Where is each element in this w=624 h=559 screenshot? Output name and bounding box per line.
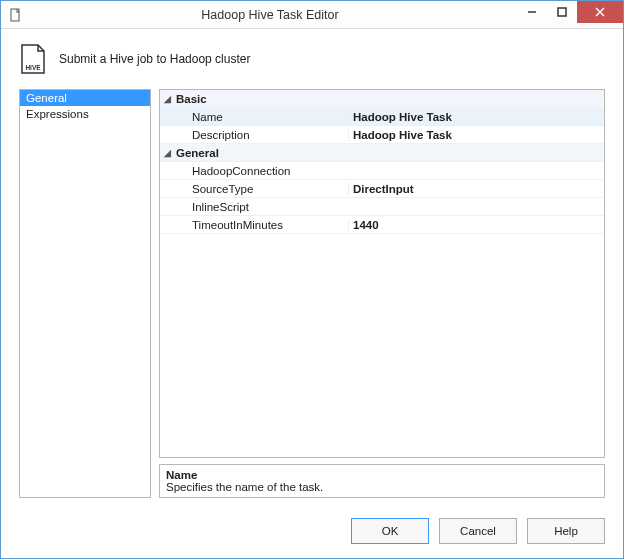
- property-label: Name: [174, 111, 348, 123]
- property-label: TimeoutInMinutes: [174, 219, 348, 231]
- dialog-footer: OK Cancel Help: [1, 510, 623, 558]
- property-label: HadoopConnection: [174, 165, 348, 177]
- property-row[interactable]: HadoopConnection: [160, 162, 604, 180]
- svg-line-3: [596, 8, 604, 16]
- svg-rect-2: [558, 8, 566, 16]
- sidebar-item-general[interactable]: General: [20, 90, 150, 106]
- property-row[interactable]: SourceTypeDirectInput: [160, 180, 604, 198]
- sidebar: GeneralExpressions: [19, 89, 151, 498]
- description-panel: Name Specifies the name of the task.: [159, 464, 605, 498]
- subtitle: Submit a Hive job to Hadoop cluster: [59, 52, 250, 66]
- property-row[interactable]: NameHadoop Hive Task: [160, 108, 604, 126]
- description-text: Specifies the name of the task.: [166, 481, 598, 493]
- collapse-icon[interactable]: ◢: [160, 94, 174, 104]
- task-editor-window: Hadoop Hive Task Editor HIVE Submit a Hi…: [0, 0, 624, 559]
- svg-line-4: [596, 8, 604, 16]
- property-value[interactable]: Hadoop Hive Task: [348, 111, 604, 123]
- property-category[interactable]: ◢General: [160, 144, 604, 162]
- property-label: Description: [174, 129, 348, 141]
- svg-text:HIVE: HIVE: [25, 64, 41, 71]
- window-title: Hadoop Hive Task Editor: [23, 8, 517, 22]
- property-label: SourceType: [174, 183, 348, 195]
- property-value[interactable]: 1440: [348, 219, 604, 231]
- document-icon: [9, 8, 23, 22]
- maximize-button[interactable]: [547, 1, 577, 23]
- property-row[interactable]: InlineScript: [160, 198, 604, 216]
- category-label: General: [174, 147, 348, 159]
- minimize-button[interactable]: [517, 1, 547, 23]
- ok-button[interactable]: OK: [351, 518, 429, 544]
- collapse-icon[interactable]: ◢: [160, 148, 174, 158]
- help-button[interactable]: Help: [527, 518, 605, 544]
- hive-file-icon: HIVE: [19, 43, 47, 75]
- sidebar-item-expressions[interactable]: Expressions: [20, 106, 150, 122]
- titlebar: Hadoop Hive Task Editor: [1, 1, 623, 29]
- category-label: Basic: [174, 93, 348, 105]
- property-label: InlineScript: [174, 201, 348, 213]
- window-controls: [517, 1, 623, 28]
- close-button[interactable]: [577, 1, 623, 23]
- property-row[interactable]: DescriptionHadoop Hive Task: [160, 126, 604, 144]
- cancel-button[interactable]: Cancel: [439, 518, 517, 544]
- property-grid[interactable]: ◢BasicNameHadoop Hive TaskDescriptionHad…: [159, 89, 605, 458]
- property-row[interactable]: TimeoutInMinutes1440: [160, 216, 604, 234]
- main-column: ◢BasicNameHadoop Hive TaskDescriptionHad…: [159, 89, 605, 498]
- property-value[interactable]: DirectInput: [348, 183, 604, 195]
- property-value[interactable]: Hadoop Hive Task: [348, 129, 604, 141]
- header-section: HIVE Submit a Hive job to Hadoop cluster: [1, 29, 623, 89]
- body-area: GeneralExpressions ◢BasicNameHadoop Hive…: [1, 89, 623, 510]
- description-title: Name: [166, 469, 598, 481]
- property-category[interactable]: ◢Basic: [160, 90, 604, 108]
